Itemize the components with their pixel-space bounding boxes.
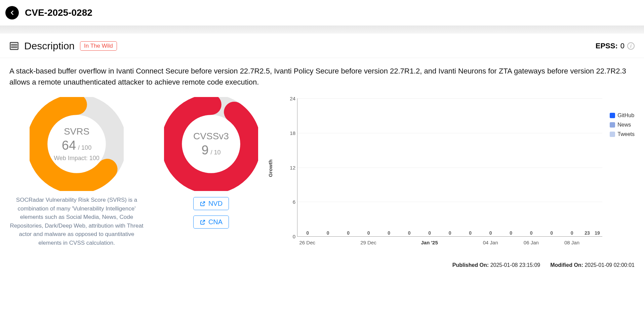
cvss-name: CVSSv3: [193, 131, 229, 142]
nvd-link-button[interactable]: NVD: [193, 197, 229, 210]
external-link-icon: [200, 219, 206, 225]
list-icon: [9, 41, 19, 51]
cvss-gauge: CVSSv3 9 / 10: [164, 97, 258, 191]
chart-legend: GitHubNewsTweets: [610, 97, 635, 251]
chart-plot-area: 06121824000000000000002319: [297, 98, 602, 237]
y-axis-label: Growth: [268, 159, 273, 177]
svrs-sub: Web Impact: 100: [54, 155, 99, 162]
epss-value: 0: [620, 42, 625, 50]
status-badge: In The Wild: [80, 41, 117, 51]
legend-item[interactable]: Tweets: [610, 131, 635, 137]
modified-value: 2025-01-09 02:00:01: [585, 262, 635, 268]
cvss-value: 9: [201, 143, 208, 157]
growth-chart: Growth 06121824000000000000002319 26 Dec…: [278, 97, 606, 251]
section-title: Description: [24, 40, 75, 52]
svrs-block: SVRS 64 / 100 Web Impact: 100 SOCRadar V…: [9, 97, 144, 251]
description-text: A stack-based buffer overflow in Ivanti …: [0, 58, 644, 97]
cvss-links: NVD CNA: [164, 197, 258, 229]
cvss-max: / 10: [211, 149, 221, 156]
cna-link-button[interactable]: CNA: [193, 216, 229, 229]
legend-item[interactable]: News: [610, 122, 635, 128]
page-title: CVE-2025-0282: [25, 7, 92, 18]
cvss-block: CVSSv3 9 / 10 NVD CNA: [164, 97, 258, 251]
growth-chart-column: Growth 06121824000000000000002319 26 Dec…: [278, 97, 635, 251]
modified-label: Modified On:: [550, 262, 583, 268]
svrs-gauge: SVRS 64 / 100 Web Impact: 100: [30, 97, 124, 191]
svrs-description: SOCRadar Vulnerability Risk Score (SVRS)…: [9, 196, 144, 247]
metadata-row: Published On: 2025-01-08 23:15:09 Modifi…: [0, 258, 644, 275]
svrs-max: / 100: [78, 144, 91, 151]
info-icon[interactable]: i: [627, 42, 635, 50]
metrics-row: SVRS 64 / 100 Web Impact: 100 SOCRadar V…: [0, 97, 644, 258]
description-section-header: Description In The Wild EPSS: 0 i: [0, 34, 644, 58]
external-link-icon: [200, 201, 206, 207]
page-header: CVE-2025-0282: [0, 0, 644, 26]
arrow-left-icon: [9, 9, 15, 16]
svrs-name: SVRS: [64, 126, 89, 137]
legend-item[interactable]: GitHub: [610, 112, 635, 118]
header-divider: [0, 26, 644, 34]
published-label: Published On:: [452, 262, 489, 268]
back-button[interactable]: [5, 6, 19, 19]
svrs-value: 64: [62, 138, 76, 153]
published-value: 2025-01-08 23:15:09: [490, 262, 540, 268]
epss-label: EPSS:: [596, 42, 618, 50]
